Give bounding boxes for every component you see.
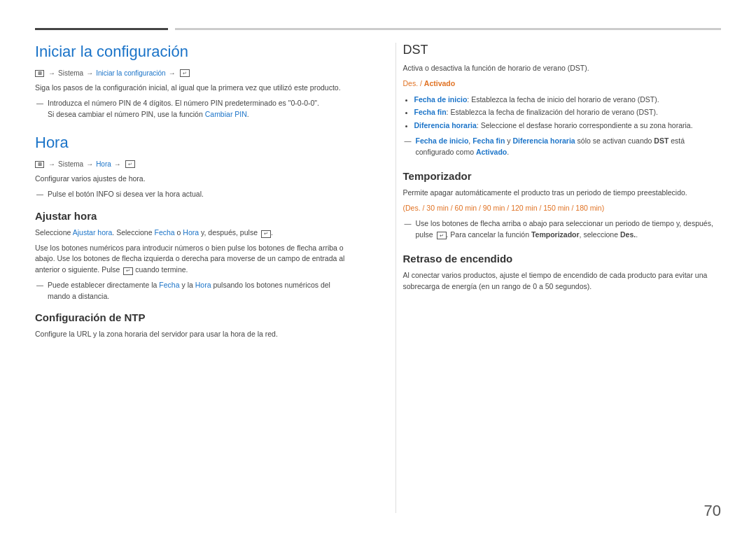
iniciar-nav-path: ⊞ → Sistema → Iniciar la configuración →… (35, 69, 354, 77)
dst-activado: Activado (424, 79, 455, 87)
hora-title: Hora (35, 134, 354, 152)
retraso-section: Retraso de encendido Al conectar varios … (403, 253, 722, 293)
temporizador-options: (Des. / 30 min / 60 min / 90 min / 120 m… (403, 203, 722, 214)
retraso-body1: Al conectar varios productos, ajuste el … (403, 270, 722, 293)
ajustar-indent1: Puede establecer directamente la Fecha y… (48, 280, 354, 302)
ajustar-body2: Use los botones numéricos para introduci… (35, 243, 354, 276)
dst-fecha-inicio-link[interactable]: Fecha de inicio (414, 95, 468, 104)
ajustar-title: Ajustar hora (35, 210, 354, 222)
cambiar-pin-link[interactable]: Cambiar PIN (205, 110, 247, 118)
dst-indent1-text: Fecha de inicio, Fecha fin y Diferencia … (416, 136, 685, 156)
dst-body1: Activa o desactiva la función de horario… (403, 63, 722, 74)
dst-activado-bold: Activado (476, 148, 507, 156)
hora-nav-sistema: Sistema (58, 160, 83, 168)
nav-sistema: Sistema (58, 69, 83, 77)
dst-dh-bold: Diferencia horaria (512, 136, 575, 145)
top-rule-light (175, 28, 721, 30)
temporizador-indent1: Use los botones de flecha arriba o abajo… (416, 218, 722, 241)
dst-section: DST Activa o desactiva la función de hor… (403, 43, 722, 157)
iniciar-indent1-text: Introduzca el número PIN de 4 dígitos. E… (48, 99, 319, 118)
dst-options: Des. / Activado (403, 78, 722, 90)
temporizador-section: Temporizador Permite apagar automáticame… (403, 170, 722, 240)
retraso-title: Retraso de encendido (403, 253, 722, 265)
dst-ff-bold: Fecha fin (472, 136, 505, 145)
iniciar-body1: Siga los pasos de la configuración inici… (35, 83, 354, 94)
enter-icon2: ↵ (123, 267, 133, 275)
fecha-link[interactable]: Fecha (154, 228, 174, 237)
page-number: 70 (704, 502, 721, 520)
dst-bullet-list: Fecha de inicio: Establezca la fecha de … (414, 94, 722, 132)
dst-bullet3: Diferencia horaria: Seleccione el desfas… (414, 120, 722, 132)
dst-bullet1: Fecha de inicio: Establezca la fecha de … (414, 94, 722, 106)
dst-bold2: DST (654, 136, 668, 145)
dst-bullet1-text: : Establezca la fecha de inicio del hora… (467, 95, 659, 104)
temporizador-body1: Permite apagar automáticamente el produc… (403, 188, 722, 199)
ajustar-body1: Seleccione Ajustar hora. Seleccione Fech… (35, 227, 354, 239)
iniciar-section: Iniciar la configuración ⊞ → Sistema → I… (35, 43, 354, 120)
des-link[interactable]: Des. (620, 230, 636, 239)
temporizador-title: Temporizador (403, 170, 722, 182)
hora-menu-icon: ⊞ (35, 161, 44, 168)
temporizador-indent1-text: Use los botones de flecha arriba o abajo… (416, 219, 713, 239)
nav-iniciar-link[interactable]: Iniciar la configuración (96, 69, 166, 77)
ajustar-indent1-text: Puede establecer directamente la Fecha y… (48, 281, 330, 300)
hora-nav-path: ⊞ → Sistema → Hora → ↵ (35, 160, 354, 168)
top-rule-dark (35, 28, 168, 30)
ntp-section: Configuración de NTP Configure la URL y … (35, 311, 354, 340)
dst-des: Des. (403, 79, 419, 87)
dst-diferencia-link[interactable]: Diferencia horaria (414, 121, 477, 129)
content-columns: Iniciar la configuración ⊞ → Sistema → I… (35, 43, 721, 513)
hora-body1: Configurar varios ajustes de hora. (35, 174, 354, 185)
page: Iniciar la configuración ⊞ → Sistema → I… (0, 0, 756, 534)
hora-link2[interactable]: Hora (195, 281, 211, 289)
left-column: Iniciar la configuración ⊞ → Sistema → I… (35, 43, 368, 513)
enter-icon3: ↵ (437, 232, 447, 239)
dst-fecha-fin-link[interactable]: Fecha fin (414, 108, 447, 116)
right-column: DST Activa o desactiva la función de hor… (396, 43, 722, 513)
iniciar-indent1: Introduzca el número PIN de 4 dígitos. E… (48, 98, 354, 120)
dst-fi-bold: Fecha de inicio (416, 136, 469, 145)
nav-enter-icon: ↵ (180, 69, 190, 77)
temporizador-bold-link[interactable]: Temporizador (531, 230, 580, 239)
hora-link[interactable]: Hora (183, 228, 199, 237)
dst-indent1: Fecha de inicio, Fecha fin y Diferencia … (416, 136, 722, 158)
dst-title: DST (403, 43, 722, 57)
hora-nav-link[interactable]: Hora (96, 160, 111, 168)
iniciar-title: Iniciar la configuración (35, 43, 354, 61)
ajustar-section: Ajustar hora Seleccione Ajustar hora. Se… (35, 210, 354, 302)
hora-indent1-text: Pulse el botón INFO si desea ver la hora… (48, 190, 204, 198)
ntp-body1: Configure la URL y la zona horaria del s… (35, 329, 354, 340)
menu-icon: ⊞ (35, 70, 44, 77)
enter-icon1: ↵ (261, 230, 271, 238)
dst-bullet2-text: : Establezca la fecha de finalización de… (447, 108, 658, 116)
fecha-link2[interactable]: Fecha (159, 281, 179, 289)
ntp-title: Configuración de NTP (35, 311, 354, 323)
ajustar-hora-link[interactable]: Ajustar hora (73, 228, 113, 237)
top-rules (35, 28, 721, 30)
hora-nav-enter: ↵ (125, 160, 135, 168)
hora-section: Hora ⊞ → Sistema → Hora → ↵ Configurar v… (35, 134, 354, 200)
dst-bullet2: Fecha fin: Establezca la fecha de finali… (414, 106, 722, 118)
hora-indent1: Pulse el botón INFO si desea ver la hora… (48, 189, 354, 200)
dst-bullet3-text: : Seleccione el desfase horario correspo… (477, 121, 693, 129)
